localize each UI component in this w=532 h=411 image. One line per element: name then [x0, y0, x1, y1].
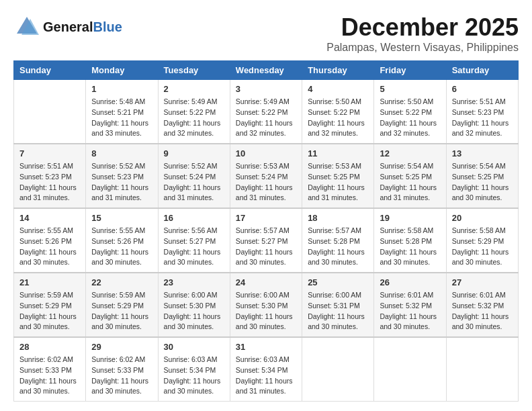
day-info: Sunrise: 5:53 AMSunset: 5:24 PMDaylight:… — [236, 161, 296, 203]
day-info: Sunrise: 6:03 AMSunset: 5:34 PMDaylight:… — [164, 355, 224, 397]
day-info: Sunrise: 5:54 AMSunset: 5:25 PMDaylight:… — [380, 161, 440, 203]
day-info: Sunrise: 5:57 AMSunset: 5:28 PMDaylight:… — [308, 226, 368, 268]
day-number: 16 — [164, 213, 224, 223]
calendar-week-row: 21Sunrise: 5:59 AMSunset: 5:29 PMDayligh… — [14, 273, 519, 337]
day-number: 21 — [19, 277, 80, 287]
day-number: 25 — [308, 277, 368, 287]
day-info: Sunrise: 6:01 AMSunset: 5:32 PMDaylight:… — [380, 290, 440, 332]
day-info: Sunrise: 5:56 AMSunset: 5:27 PMDaylight:… — [164, 226, 224, 268]
calendar-cell: 14Sunrise: 5:55 AMSunset: 5:26 PMDayligh… — [14, 208, 86, 273]
calendar-cell: 29Sunrise: 6:02 AMSunset: 5:33 PMDayligh… — [86, 337, 158, 402]
calendar-cell: 27Sunrise: 6:01 AMSunset: 5:32 PMDayligh… — [446, 273, 518, 337]
weekday-header-row: SundayMondayTuesdayWednesdayThursdayFrid… — [14, 61, 519, 80]
day-number: 20 — [452, 213, 513, 223]
day-number: 26 — [380, 277, 440, 287]
page-header: GeneralBlue December 2025 Palampas, West… — [13, 13, 519, 54]
logo-icon — [13, 13, 40, 40]
day-info: Sunrise: 5:55 AMSunset: 5:26 PMDaylight:… — [91, 226, 152, 268]
day-number: 19 — [380, 213, 440, 223]
day-number: 3 — [236, 84, 296, 94]
calendar-cell: 28Sunrise: 6:02 AMSunset: 5:33 PMDayligh… — [14, 337, 86, 402]
day-number: 30 — [164, 342, 224, 352]
day-number: 24 — [236, 277, 296, 287]
location: Palampas, Western Visayas, Philippines — [326, 42, 519, 54]
calendar-cell: 8Sunrise: 5:52 AMSunset: 5:23 PMDaylight… — [86, 144, 158, 208]
day-number: 8 — [91, 148, 152, 158]
day-number: 14 — [19, 213, 80, 223]
day-number: 1 — [91, 84, 152, 94]
day-info: Sunrise: 5:49 AMSunset: 5:22 PMDaylight:… — [236, 97, 296, 139]
calendar-week-row: 7Sunrise: 5:51 AMSunset: 5:23 PMDaylight… — [14, 144, 519, 208]
day-number: 23 — [164, 277, 224, 287]
day-number: 5 — [380, 84, 440, 94]
day-info: Sunrise: 5:51 AMSunset: 5:23 PMDaylight:… — [452, 97, 513, 139]
day-info: Sunrise: 6:02 AMSunset: 5:33 PMDaylight:… — [19, 355, 80, 397]
calendar-cell — [374, 337, 446, 402]
day-info: Sunrise: 5:58 AMSunset: 5:29 PMDaylight:… — [452, 226, 513, 268]
calendar-cell — [302, 337, 374, 402]
calendar-cell: 16Sunrise: 5:56 AMSunset: 5:27 PMDayligh… — [158, 208, 230, 273]
day-number: 7 — [19, 148, 80, 158]
calendar-cell: 15Sunrise: 5:55 AMSunset: 5:26 PMDayligh… — [86, 208, 158, 273]
day-info: Sunrise: 5:53 AMSunset: 5:25 PMDaylight:… — [308, 161, 368, 203]
calendar-cell — [446, 337, 518, 402]
day-number: 15 — [91, 213, 152, 223]
day-number: 17 — [236, 213, 296, 223]
calendar-cell: 13Sunrise: 5:54 AMSunset: 5:25 PMDayligh… — [446, 144, 518, 208]
day-info: Sunrise: 6:00 AMSunset: 5:31 PMDaylight:… — [308, 290, 368, 332]
day-info: Sunrise: 5:49 AMSunset: 5:22 PMDaylight:… — [164, 97, 224, 139]
calendar-cell: 5Sunrise: 5:50 AMSunset: 5:22 PMDaylight… — [374, 80, 446, 144]
day-number: 22 — [91, 277, 152, 287]
day-info: Sunrise: 5:52 AMSunset: 5:24 PMDaylight:… — [164, 161, 224, 203]
calendar-cell — [14, 80, 86, 144]
calendar-cell: 4Sunrise: 5:50 AMSunset: 5:22 PMDaylight… — [302, 80, 374, 144]
calendar-cell: 22Sunrise: 5:59 AMSunset: 5:29 PMDayligh… — [86, 273, 158, 337]
month-title: December 2025 — [326, 13, 519, 42]
calendar-cell: 20Sunrise: 5:58 AMSunset: 5:29 PMDayligh… — [446, 208, 518, 273]
calendar-cell: 23Sunrise: 6:00 AMSunset: 5:30 PMDayligh… — [158, 273, 230, 337]
calendar-cell: 21Sunrise: 5:59 AMSunset: 5:29 PMDayligh… — [14, 273, 86, 337]
day-number: 2 — [164, 84, 224, 94]
calendar-cell: 11Sunrise: 5:53 AMSunset: 5:25 PMDayligh… — [302, 144, 374, 208]
calendar-cell: 17Sunrise: 5:57 AMSunset: 5:27 PMDayligh… — [230, 208, 302, 273]
calendar-week-row: 14Sunrise: 5:55 AMSunset: 5:26 PMDayligh… — [14, 208, 519, 273]
weekday-header-saturday: Saturday — [446, 61, 518, 80]
logo-text: GeneralBlue — [43, 19, 122, 35]
calendar-cell: 30Sunrise: 6:03 AMSunset: 5:34 PMDayligh… — [158, 337, 230, 402]
day-info: Sunrise: 6:00 AMSunset: 5:30 PMDaylight:… — [164, 290, 224, 332]
calendar-week-row: 28Sunrise: 6:02 AMSunset: 5:33 PMDayligh… — [14, 337, 519, 402]
day-info: Sunrise: 6:01 AMSunset: 5:32 PMDaylight:… — [452, 290, 513, 332]
weekday-header-monday: Monday — [86, 61, 158, 80]
day-number: 27 — [452, 277, 513, 287]
day-info: Sunrise: 5:59 AMSunset: 5:29 PMDaylight:… — [19, 290, 80, 332]
calendar-table: SundayMondayTuesdayWednesdayThursdayFrid… — [13, 60, 519, 402]
weekday-header-wednesday: Wednesday — [230, 61, 302, 80]
day-info: Sunrise: 5:51 AMSunset: 5:23 PMDaylight:… — [19, 161, 80, 203]
day-number: 29 — [91, 342, 152, 352]
calendar-cell: 10Sunrise: 5:53 AMSunset: 5:24 PMDayligh… — [230, 144, 302, 208]
day-info: Sunrise: 6:00 AMSunset: 5:30 PMDaylight:… — [236, 290, 296, 332]
day-info: Sunrise: 5:58 AMSunset: 5:28 PMDaylight:… — [380, 226, 440, 268]
day-number: 10 — [236, 148, 296, 158]
day-number: 11 — [308, 148, 368, 158]
day-info: Sunrise: 5:48 AMSunset: 5:21 PMDaylight:… — [91, 97, 152, 139]
calendar-cell: 19Sunrise: 5:58 AMSunset: 5:28 PMDayligh… — [374, 208, 446, 273]
day-info: Sunrise: 5:59 AMSunset: 5:29 PMDaylight:… — [91, 290, 152, 332]
weekday-header-sunday: Sunday — [14, 61, 86, 80]
calendar-cell: 6Sunrise: 5:51 AMSunset: 5:23 PMDaylight… — [446, 80, 518, 144]
calendar-cell: 1Sunrise: 5:48 AMSunset: 5:21 PMDaylight… — [86, 80, 158, 144]
day-info: Sunrise: 6:02 AMSunset: 5:33 PMDaylight:… — [91, 355, 152, 397]
day-info: Sunrise: 5:52 AMSunset: 5:23 PMDaylight:… — [91, 161, 152, 203]
calendar-cell: 7Sunrise: 5:51 AMSunset: 5:23 PMDaylight… — [14, 144, 86, 208]
logo-general: General — [43, 19, 93, 34]
day-number: 28 — [19, 342, 80, 352]
calendar-week-row: 1Sunrise: 5:48 AMSunset: 5:21 PMDaylight… — [14, 80, 519, 144]
day-info: Sunrise: 5:50 AMSunset: 5:22 PMDaylight:… — [380, 97, 440, 139]
day-info: Sunrise: 6:03 AMSunset: 5:34 PMDaylight:… — [236, 355, 296, 397]
day-number: 13 — [452, 148, 513, 158]
day-number: 31 — [236, 342, 296, 352]
calendar-cell: 31Sunrise: 6:03 AMSunset: 5:34 PMDayligh… — [230, 337, 302, 402]
calendar-cell: 25Sunrise: 6:00 AMSunset: 5:31 PMDayligh… — [302, 273, 374, 337]
logo-blue: Blue — [93, 19, 122, 34]
weekday-header-thursday: Thursday — [302, 61, 374, 80]
